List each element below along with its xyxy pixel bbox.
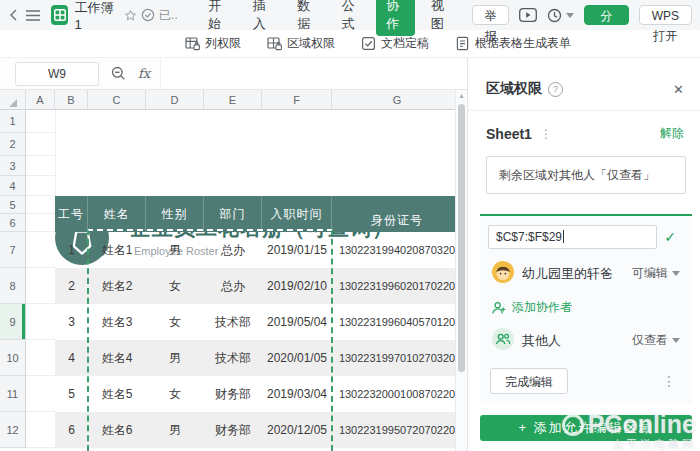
wps-open-button[interactable]: WPS打开 [639, 5, 692, 25]
row-header-9[interactable]: 9 [0, 304, 26, 340]
ribbon-doc-finalize-button[interactable]: 文档定稿 [361, 35, 429, 52]
roster-cell: 1302231996020170220 [332, 268, 462, 304]
col-header-D[interactable]: D [146, 90, 204, 110]
scrollbar-thumb[interactable] [458, 104, 465, 372]
roster-row-2[interactable]: 2姓名2女总办2019/02/101302231996020170220 [55, 268, 462, 304]
confirm-range-button[interactable]: ✓ [664, 229, 676, 245]
roster-cell: 技术部 [204, 304, 262, 340]
scroll-up-arrow-icon[interactable]: ▲ [456, 90, 467, 102]
roster-cell: 财务部 [204, 376, 262, 412]
fx-label: fx [138, 66, 150, 81]
topbar-tab-2[interactable]: 数据 [287, 0, 326, 36]
add-collaborator-link[interactable]: 添加协作者 [488, 299, 684, 316]
roster-row-6[interactable]: 6姓名6男财务部2020/12/051302231995072070220 [55, 412, 462, 448]
range-input[interactable]: $C$7:$F$29 [488, 225, 657, 249]
others-permission-dropdown[interactable]: 仅查看 [632, 332, 680, 349]
star-icon[interactable] [124, 9, 137, 22]
roster-cell: 1302231997010270320 [332, 340, 462, 376]
col-header-G[interactable]: G [332, 90, 463, 110]
topbar-tab-5[interactable]: 视图 [421, 0, 460, 36]
roster-col-header: 入职时间 [262, 196, 332, 232]
roster-cell: 女 [146, 304, 204, 340]
roster-cell: 女 [146, 376, 204, 412]
gridline [26, 175, 55, 176]
topbar-tab-0[interactable]: 开始 [198, 0, 237, 36]
card-more-icon[interactable]: ⋮ [662, 373, 676, 389]
roster-cell: 女 [146, 268, 204, 304]
collaborator-permission-dropdown[interactable]: 可编辑 [632, 265, 680, 282]
ribbon-generate-form-button[interactable]: 根据表格生成表单 [455, 35, 571, 52]
roster-cell: 总办 [204, 232, 262, 268]
roster-cell: 男 [146, 232, 204, 268]
row-header-1[interactable]: 1 [0, 110, 26, 133]
row-header-6[interactable]: 6 [0, 214, 26, 232]
formula-input[interactable] [160, 58, 467, 89]
topbar-tab-4[interactable]: 协作 [376, 0, 415, 36]
range-row: $C$7:$F$29 ✓ [488, 225, 684, 249]
corner-triangle-icon [9, 99, 17, 107]
roster-cell: 总办 [204, 268, 262, 304]
col-header-A[interactable]: A [26, 90, 55, 110]
gridline [26, 303, 55, 304]
row-header-4[interactable]: 4 [0, 176, 26, 196]
video-meeting-icon[interactable] [519, 8, 537, 22]
formula-bar: W9 fx [0, 58, 467, 90]
vertical-scrollbar[interactable]: ▲ [455, 90, 467, 451]
roster-col-header: 身份证号 [332, 196, 462, 232]
chevron-down-icon [672, 338, 680, 343]
sheet-grid[interactable]: 企业员工花名册（可查询） Employee Roster 工号姓名性别部门入职时… [0, 90, 468, 451]
row-headers[interactable]: 123456789101112 [0, 110, 26, 448]
sheet-more-icon[interactable]: ⋮ [540, 127, 552, 141]
col-header-E[interactable]: E [204, 90, 262, 110]
ribbon-region-permission-button[interactable]: 区域权限 [267, 35, 335, 52]
row-header-8[interactable]: 8 [0, 268, 26, 304]
gridline [26, 132, 55, 133]
gridline [26, 267, 55, 268]
col-header-F[interactable]: F [262, 90, 332, 110]
document-title[interactable]: 工作簿1 [74, 0, 114, 32]
row-header-2[interactable]: 2 [0, 133, 26, 156]
row-header-12[interactable]: 12 [0, 412, 26, 448]
help-icon[interactable]: ? [548, 82, 563, 97]
report-button[interactable]: 举报 [472, 5, 509, 25]
gridline [26, 195, 55, 196]
history-clock-icon[interactable] [547, 8, 574, 23]
share-button[interactable]: 分享 [584, 5, 629, 25]
finish-editing-button[interactable]: 完成编辑 [490, 368, 568, 394]
others-group-icon [492, 328, 514, 353]
column-permission-icon [185, 36, 200, 51]
saved-status-text: 已.. [159, 7, 181, 24]
col-header-C[interactable]: C [88, 90, 146, 110]
topbar-tab-3[interactable]: 公式 [332, 0, 371, 36]
col-header-B[interactable]: B [55, 90, 88, 110]
remove-permission-link[interactable]: 解除 [660, 125, 684, 142]
roster-row-4[interactable]: 4姓名4男技术部2020/01/051302231997010270320 [55, 340, 462, 376]
roster-cell: 技术部 [204, 340, 262, 376]
close-icon[interactable]: ✕ [673, 82, 684, 97]
select-all-corner[interactable] [0, 90, 26, 110]
row-header-11[interactable]: 11 [0, 376, 26, 412]
zoom-out-icon[interactable] [111, 66, 126, 81]
remaining-area-note: 剩余区域对其他人「仅查看」 [486, 156, 686, 194]
cell-name-box[interactable]: W9 [15, 62, 99, 86]
roster-cell: 3 [55, 304, 88, 340]
roster-row-1[interactable]: 1姓名1男总办2019/01/151302231994020870320 [55, 232, 462, 268]
topbar-tab-1[interactable]: 插入 [243, 0, 282, 36]
others-row: 其他人 仅查看 [488, 328, 684, 353]
roster-cell: 5 [55, 376, 88, 412]
row-header-3[interactable]: 3 [0, 156, 26, 176]
back-icon[interactable] [4, 0, 23, 30]
spreadsheet-app-icon[interactable] [51, 5, 68, 25]
text-caret [563, 230, 564, 243]
roster-row-3[interactable]: 3姓名3女技术部2019/05/041302231996040570120 [55, 304, 462, 340]
row-header-5[interactable]: 5 [0, 196, 26, 214]
column-headers[interactable]: ABCDEFG [0, 90, 463, 110]
add-edit-region-button[interactable]: + 添加允许编辑区域 [480, 415, 692, 441]
ribbon-column-permission-button[interactable]: 列权限 [185, 35, 241, 52]
ribbon-label: 列权限 [205, 35, 241, 52]
row-header-10[interactable]: 10 [0, 340, 26, 376]
roster-row-5[interactable]: 5姓名5女财务部2019/03/041302232000100870220 [55, 376, 462, 412]
row-header-7[interactable]: 7 [0, 232, 26, 268]
roster-cell: 2020/01/05 [262, 340, 332, 376]
hamburger-menu-icon[interactable] [23, 0, 44, 30]
